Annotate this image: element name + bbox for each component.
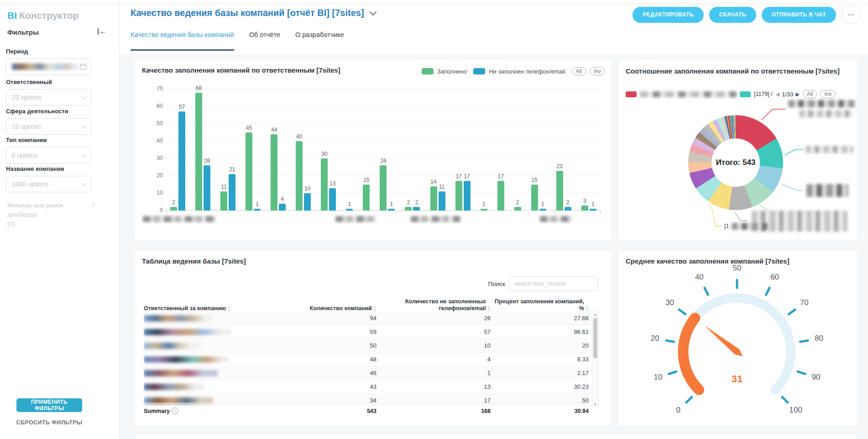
scroll-up-icon[interactable]: ▲ — [592, 313, 598, 316]
bar-value-label: 1 — [348, 201, 351, 207]
x-axis-label-blurred — [411, 216, 461, 222]
bar-filled[interactable]: 40 — [296, 141, 303, 211]
donut-legend-name-blurred[interactable] — [640, 91, 737, 97]
responsible-select[interactable]: 23 options — [6, 89, 91, 106]
donut-chart[interactable]: Итого: 543 — [688, 115, 783, 210]
bar-filled[interactable]: 45 — [246, 132, 252, 211]
table-row[interactable]: 4848.33 — [144, 353, 589, 366]
apply-filters-button[interactable]: ПРИМЕНИТЬ ФИЛЬТРЫ — [16, 398, 82, 412]
bar-not-filled[interactable]: 10 — [304, 193, 311, 211]
bar-value-label: 2 — [415, 199, 418, 206]
bar-not-filled[interactable]: 11 — [439, 191, 445, 211]
legend-label-filled[interactable]: Заполнено — [437, 68, 467, 75]
bar-filled[interactable]: 3 — [581, 206, 588, 211]
bar-not-filled[interactable]: 17 — [464, 181, 471, 211]
bar-filled[interactable]: 15 — [363, 185, 370, 211]
bar-not-filled[interactable]: 1 — [254, 209, 261, 211]
pager-next-icon[interactable]: ▶ — [796, 91, 800, 97]
column-not-filled-count[interactable]: Количество не заполненных телефонов/emai… — [376, 298, 491, 312]
bar-filled[interactable]: 15 — [531, 185, 538, 211]
download-button[interactable]: СКАЧАТЬ — [709, 7, 756, 23]
sort-icon[interactable]: ▲▼ — [227, 305, 230, 312]
dashboard-content: Качество заполнения компаний по ответств… — [120, 54, 868, 439]
table-scrollbar[interactable]: ▲ ▼ — [592, 312, 599, 407]
scrollbar-thumb[interactable] — [593, 318, 597, 358]
cell-value: 2.17 — [491, 370, 589, 376]
report-title-dropdown[interactable]: Качество ведения базы компаний [отчёт BI… — [131, 8, 376, 18]
bar-chart-legend: Заполнено Не заполнен телефон/email All … — [422, 67, 605, 75]
donut-total-label: Итого: 543 — [716, 158, 756, 167]
sort-icon[interactable]: ▲▼ — [586, 305, 589, 312]
bar-filled[interactable]: 2 — [405, 207, 412, 211]
tab-about-developer[interactable]: О разработчике — [295, 31, 344, 51]
bar-filled[interactable]: 11 — [220, 191, 227, 211]
period-date-input[interactable] — [6, 58, 91, 75]
bar-filled[interactable]: 26 — [380, 165, 387, 211]
bar-group: 22 — [405, 89, 420, 211]
table-row[interactable]: 431330.23 — [144, 380, 589, 394]
bar-filled[interactable]: 2 — [514, 207, 521, 211]
bar-filled[interactable]: 68 — [195, 93, 202, 211]
bar-not-filled[interactable]: 1 — [539, 209, 546, 211]
reset-filters-button[interactable]: СБРОСИТЬ ФИЛЬТРЫ — [0, 419, 99, 426]
table-row[interactable]: 501020 — [144, 339, 589, 353]
page-header: Качество ведения базы компаний [отчёт BI… — [120, 0, 868, 54]
bar-not-filled[interactable]: 2 — [413, 207, 420, 211]
legend-label-notfilled[interactable]: Не заполнен телефон/email — [489, 68, 565, 75]
bar-group: 1121 — [220, 89, 235, 211]
search-input[interactable] — [509, 276, 598, 291]
sphere-select[interactable]: 10 options — [6, 118, 91, 135]
bar-not-filled[interactable]: 21 — [229, 174, 235, 211]
bar-filled[interactable]: 2 — [170, 207, 177, 211]
bar-filled[interactable]: 14 — [430, 186, 437, 211]
donut-legend-swatch-teal[interactable] — [740, 91, 751, 97]
bar-value-label: 30 — [321, 151, 327, 157]
outer-filters-link[interactable]: Фильтры вне рамок дашборда (0) — [7, 201, 94, 228]
info-icon[interactable]: i — [172, 407, 178, 414]
bar-not-filled[interactable]: 4 — [279, 204, 286, 211]
bar-filled[interactable]: 17 — [455, 181, 462, 211]
bar-filled[interactable]: 44 — [271, 134, 277, 211]
more-options-button[interactable]: ••• — [842, 5, 861, 24]
collapse-sidebar-icon[interactable]: ← — [98, 27, 106, 36]
legend-swatch-notfilled[interactable] — [473, 68, 485, 74]
sort-icon[interactable]: ▲▼ — [487, 305, 491, 312]
column-responsible[interactable]: Ответственный за компанию ▲▼ — [144, 305, 303, 312]
bar-not-filled[interactable]: 13 — [329, 188, 336, 211]
bar-not-filled[interactable]: 26 — [204, 165, 210, 211]
column-fill-percent[interactable]: Процент заполнения компаний, % ▲▼ — [491, 298, 589, 312]
bar-filled[interactable]: 30 — [321, 159, 328, 211]
bar-not-filled[interactable]: 57 — [178, 111, 185, 211]
bar-not-filled[interactable]: 1 — [346, 209, 353, 211]
donut-legend-swatch-red[interactable] — [626, 91, 637, 97]
bar-filled[interactable]: 1 — [481, 209, 487, 211]
bar-not-filled[interactable]: 1 — [590, 209, 596, 211]
column-companies-count[interactable]: Количество компаний ▲▼ — [303, 305, 376, 312]
donut-inv-button[interactable]: Inv — [820, 90, 836, 98]
legend-inv-button[interactable]: Inv — [590, 67, 605, 75]
legend-swatch-filled[interactable] — [422, 68, 434, 74]
sort-icon[interactable]: ▲▼ — [373, 305, 376, 312]
bar-not-filled[interactable]: 2 — [565, 207, 571, 211]
company-type-select[interactable]: 8 options — [6, 147, 91, 164]
table-row[interactable]: 4612.17 — [144, 366, 589, 380]
summary-not-filled: 168 — [376, 408, 491, 414]
edit-button[interactable]: РЕДАКТИРОВАТЬ — [633, 7, 703, 23]
bar-filled[interactable]: 17 — [497, 181, 504, 211]
table-row[interactable]: 942627.66 — [144, 312, 589, 325]
bar-not-filled[interactable]: 1 — [388, 209, 395, 211]
company-name-select[interactable]: 1000 options — [6, 176, 91, 192]
logo-bi: BI — [7, 10, 17, 21]
bar-value-label: 11 — [439, 184, 444, 190]
pager-prev-icon[interactable]: ◀ — [776, 91, 779, 97]
report-tabs: Качество ведения базы компаний Об отчёте… — [131, 31, 344, 51]
table-row[interactable]: 595796.61 — [144, 325, 589, 339]
send-to-chat-button[interactable]: ОТПРАВИТЬ В ЧАТ — [762, 7, 836, 23]
tab-about-report[interactable]: Об отчёте — [249, 31, 280, 51]
scroll-down-icon[interactable]: ▼ — [592, 403, 598, 406]
tab-quality[interactable]: Качество ведения базы компаний — [131, 31, 234, 51]
donut-all-button[interactable]: All — [803, 90, 817, 98]
legend-all-button[interactable]: All — [572, 67, 586, 75]
bar-filled[interactable]: 23 — [556, 171, 563, 211]
app-logo[interactable]: BIКонструктор — [7, 10, 79, 21]
